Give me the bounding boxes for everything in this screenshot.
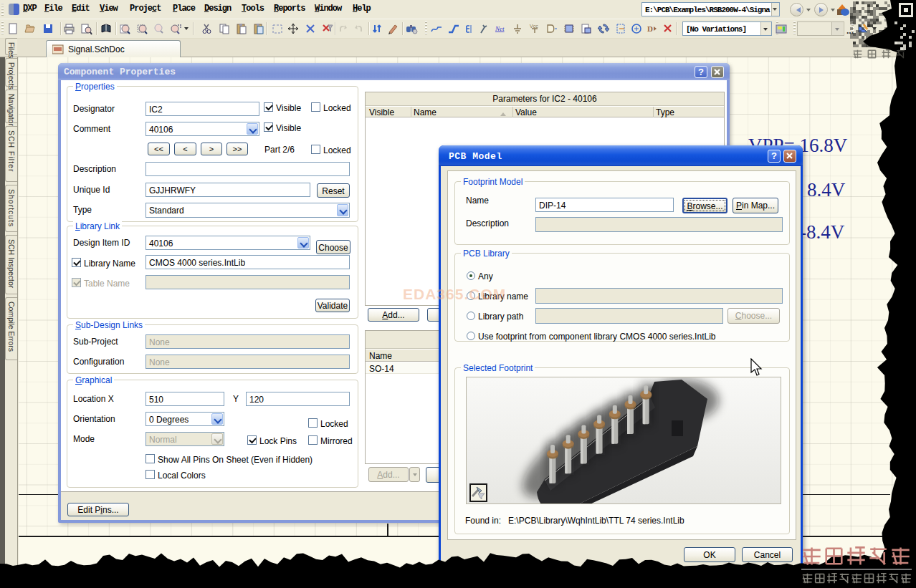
svg-text:D: D (647, 24, 653, 33)
svg-text:Net: Net (495, 25, 505, 32)
svg-text:Vcc: Vcc (530, 24, 538, 29)
